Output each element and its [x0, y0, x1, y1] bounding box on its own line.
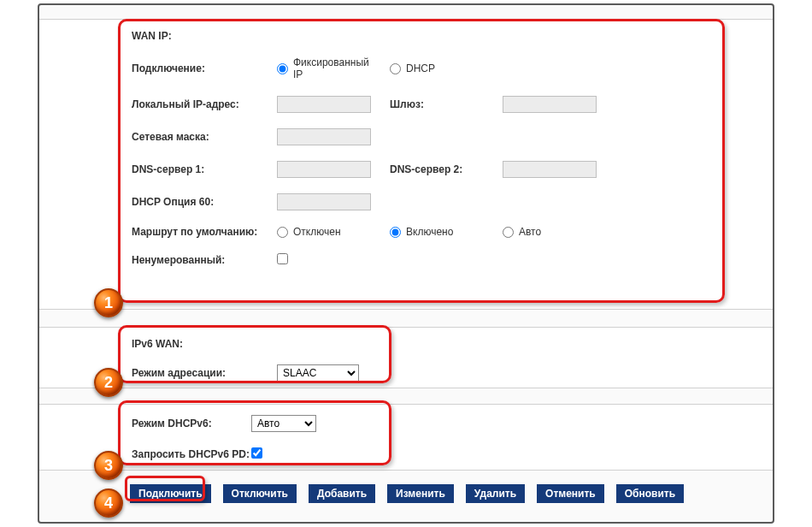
unnumbered-row: Ненумерованный: — [39, 246, 773, 275]
connect-button[interactable]: Подключить — [130, 484, 211, 503]
dhcpv6-mode-row: Режим DHCPv6: Авто — [39, 405, 773, 440]
route-off-radio[interactable] — [277, 227, 288, 238]
refresh-button[interactable]: Обновить — [616, 484, 684, 503]
disconnect-button[interactable]: Отключить — [223, 484, 297, 503]
unnumbered-checkbox[interactable] — [277, 253, 288, 264]
ipv6-wan-panel: IPv6 WAN: Режим адресации: SLAAC — [39, 327, 773, 388]
edit-button[interactable]: Изменить — [387, 484, 454, 503]
netmask-label: Сетевая маска: — [132, 131, 277, 143]
local-ip-label: Локальный IP-адрес: — [132, 98, 277, 110]
dhcpv6-pd-label: Запросить DHCPv6 PD: — [132, 448, 251, 460]
cancel-button[interactable]: Отменить — [537, 484, 604, 503]
dns2-label: DNS-сервер 2: — [390, 163, 491, 175]
connection-fixed-option[interactable]: Фиксированный IP — [277, 56, 378, 80]
addr-mode-label: Режим адресации: — [132, 367, 277, 379]
config-frame: WAN IP: Подключение: Фиксированный IP DH… — [38, 3, 774, 524]
wan-ip-panel: WAN IP: Подключение: Фиксированный IP DH… — [39, 19, 773, 310]
route-row: Маршрут по умолчанию: Отключен Включено … — [39, 218, 773, 246]
connection-fixed-text: Фиксированный IP — [293, 56, 378, 80]
unnumbered-label: Ненумерованный: — [132, 254, 277, 266]
route-on-option[interactable]: Включено — [390, 226, 491, 238]
route-label: Маршрут по умолчанию: — [132, 226, 277, 238]
ipv6-wan-title: IPv6 WAN: — [39, 328, 773, 357]
connection-dhcp-radio[interactable] — [390, 63, 401, 74]
connection-dhcp-text: DHCP — [406, 62, 435, 74]
route-auto-option[interactable]: Авто — [503, 226, 603, 238]
route-auto-radio[interactable] — [503, 227, 514, 238]
netmask-row: Сетевая маска: — [39, 121, 773, 153]
addr-mode-row: Режим адресации: SLAAC — [39, 357, 773, 389]
local-ip-input[interactable] — [277, 96, 371, 113]
dhcpv6-panel: Режим DHCPv6: Авто Запросить DHCPv6 PD: — [39, 404, 773, 471]
dns1-label: DNS-сервер 1: — [132, 163, 277, 175]
route-on-text: Включено — [406, 226, 453, 238]
add-button[interactable]: Добавить — [309, 484, 375, 503]
dhcpv6-pd-row: Запросить DHCPv6 PD: — [39, 440, 773, 469]
gateway-label: Шлюз: — [390, 98, 491, 110]
dhcpv6-mode-select[interactable]: Авто — [251, 415, 316, 432]
dns2-input[interactable] — [503, 161, 597, 178]
connection-label: Подключение: — [132, 62, 277, 74]
dhcp60-input[interactable] — [277, 193, 371, 210]
route-off-text: Отключен — [293, 226, 341, 238]
dhcpv6-mode-label: Режим DHCPv6: — [132, 417, 251, 429]
route-auto-text: Авто — [519, 226, 541, 238]
button-row: Подключить Отключить Добавить Изменить У… — [130, 484, 773, 503]
dns-row: DNS-сервер 1: DNS-сервер 2: — [39, 153, 773, 186]
route-on-radio[interactable] — [390, 227, 401, 238]
gateway-input[interactable] — [503, 96, 597, 113]
wan-ip-title: WAN IP: — [39, 20, 773, 49]
dhcp60-label: DHCP Опция 60: — [132, 196, 277, 208]
dhcp60-row: DHCP Опция 60: — [39, 186, 773, 218]
connection-dhcp-option[interactable]: DHCP — [390, 62, 491, 74]
local-ip-row: Локальный IP-адрес: Шлюз: — [39, 88, 773, 121]
addr-mode-select[interactable]: SLAAC — [277, 364, 359, 382]
route-off-option[interactable]: Отключен — [277, 226, 378, 238]
delete-button[interactable]: Удалить — [466, 484, 525, 503]
dhcpv6-pd-checkbox[interactable] — [251, 447, 262, 459]
dns1-input[interactable] — [277, 161, 371, 178]
netmask-input[interactable] — [277, 128, 371, 145]
connection-row: Подключение: Фиксированный IP DHCP — [39, 49, 773, 88]
connection-fixed-radio[interactable] — [277, 63, 288, 74]
